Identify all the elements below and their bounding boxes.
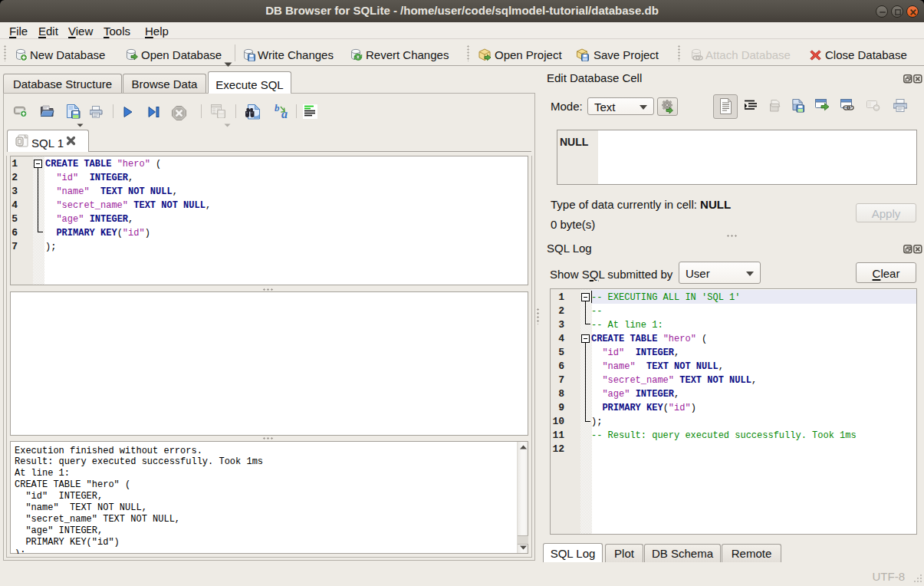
svg-text:b: b xyxy=(275,104,280,114)
